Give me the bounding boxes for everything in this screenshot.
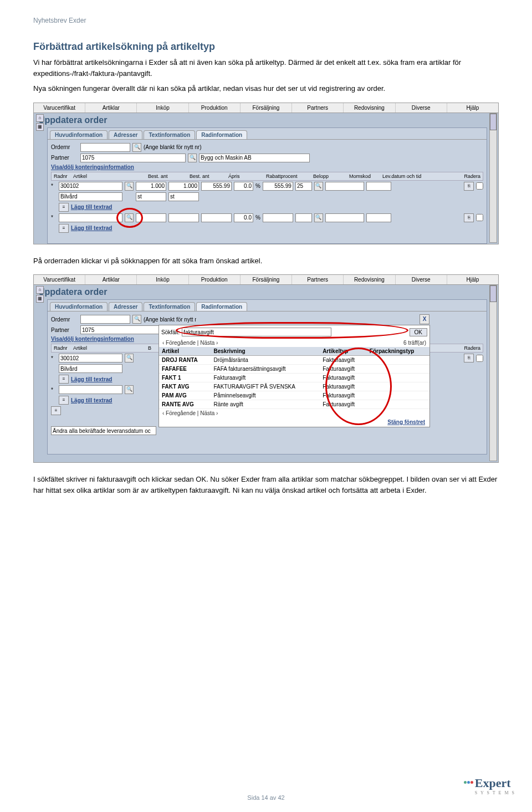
best-ant-input[interactable] xyxy=(136,182,166,191)
add-textrow-link[interactable]: Lägg till textrad xyxy=(71,397,112,404)
tab-radinformation[interactable]: Radinformation xyxy=(196,302,247,311)
ordernr-input[interactable] xyxy=(80,315,130,324)
momskod-input[interactable] xyxy=(295,182,312,191)
search-icon[interactable]: 🔍 xyxy=(188,154,197,162)
lev-time-input[interactable] xyxy=(366,213,391,222)
table-row[interactable]: FAKT 1FakturaavgiftFakturaavgift xyxy=(159,374,429,382)
partner-name-input[interactable] xyxy=(199,154,310,162)
close-icon[interactable]: X xyxy=(420,314,429,324)
search-icon[interactable]: 🔍 xyxy=(132,315,141,324)
tab-huvudinformation[interactable]: Huvudinformation xyxy=(50,302,108,311)
menu-item[interactable]: Varucertifikat xyxy=(34,275,85,284)
unit2-input[interactable] xyxy=(168,192,199,201)
toggle-kontering-link[interactable]: Visa/dölj konteringsinformation xyxy=(51,336,134,342)
screenshot-2: Varucertifikat Artiklar Inköp Produktion… xyxy=(33,274,499,463)
add-text-icon[interactable]: ≡ xyxy=(51,406,61,415)
add-textrow-link[interactable]: Lägg till textrad xyxy=(71,204,112,210)
radera-checkbox[interactable] xyxy=(476,182,483,190)
ok-button[interactable]: OK xyxy=(410,328,427,336)
grid-icon[interactable]: ▦ xyxy=(36,295,44,303)
rabatt-input[interactable] xyxy=(234,213,253,222)
lev-time-input[interactable] xyxy=(366,182,391,191)
search-icon[interactable]: 🔍 xyxy=(314,182,323,191)
menu-item[interactable]: Försäljning xyxy=(241,275,292,284)
table-row[interactable]: FAFAFEEFAFA fakturaersättningsavgiftFakt… xyxy=(159,365,429,374)
table-row[interactable]: PAM AVGPåminnelseavgiftFakturaavgift xyxy=(159,391,429,400)
radera-checkbox[interactable] xyxy=(476,214,483,221)
grid-icon[interactable]: ▦ xyxy=(36,123,44,131)
best-ant-input[interactable] xyxy=(136,213,166,222)
table-row[interactable]: DROJ RANTADröjmålsräntaFakturaavgift xyxy=(159,356,429,365)
partner-input[interactable] xyxy=(80,154,186,162)
search-input[interactable] xyxy=(182,328,331,336)
article-input[interactable] xyxy=(59,213,122,222)
best-ant2-input[interactable] xyxy=(168,213,199,222)
belopp-input[interactable] xyxy=(263,182,293,191)
best-ant2-input[interactable] xyxy=(168,182,199,191)
menu-item[interactable]: Varucertifikat xyxy=(34,103,85,113)
menu-item[interactable]: Inköp xyxy=(137,103,188,113)
scrollbar[interactable] xyxy=(489,285,497,461)
search-icon[interactable]: 🔍 xyxy=(125,385,134,394)
tab-adresser[interactable]: Adresser xyxy=(109,302,142,311)
copy-button[interactable]: ⎘ xyxy=(464,354,474,362)
rabatt-input[interactable] xyxy=(234,182,253,191)
article-input[interactable] xyxy=(59,182,122,191)
menu-item[interactable]: Artiklar xyxy=(85,103,137,113)
pagination-prev-next[interactable]: ‹ Föregående | Nästa › xyxy=(162,410,218,416)
search-icon[interactable]: 🔍 xyxy=(132,143,141,152)
toggle-kontering-link[interactable]: Visa/dölj konteringsinformation xyxy=(51,164,134,170)
table-row[interactable]: FAKT AVGFAKTURAAVGIFT PÅ SVENSKAFakturaa… xyxy=(159,382,429,391)
table-row[interactable]: RANTE AVGRänte avgiftFakturaavgift xyxy=(159,400,429,409)
close-window-link[interactable]: Stäng fönstret xyxy=(159,417,429,427)
ordernr-input[interactable] xyxy=(80,143,130,152)
radera-checkbox[interactable] xyxy=(476,355,483,362)
add-text-icon[interactable]: ≡ xyxy=(59,375,69,384)
add-textrow-link[interactable]: Lägg till textrad xyxy=(71,225,112,231)
menu-item[interactable]: Redovisning xyxy=(344,275,395,284)
menu-item[interactable]: Redovisning xyxy=(344,103,395,113)
belopp-input[interactable] xyxy=(263,213,293,222)
copy-button[interactable]: ⎘ xyxy=(464,213,474,222)
menu-item[interactable]: Diverse xyxy=(396,103,447,113)
lev-date-batch-input[interactable] xyxy=(51,426,156,435)
add-text-icon[interactable]: ≡ xyxy=(59,203,69,212)
home-icon[interactable]: ⌂ xyxy=(36,286,44,294)
tab-textinformation[interactable]: Textinformation xyxy=(144,130,195,139)
unit-input[interactable] xyxy=(136,192,166,201)
lev-date-input[interactable] xyxy=(325,182,364,191)
menu-item[interactable]: Hjälp xyxy=(447,103,498,113)
article-name-input[interactable] xyxy=(59,364,122,373)
menu-item[interactable]: Partners xyxy=(292,275,344,284)
article-name-input[interactable] xyxy=(59,192,122,201)
apris-input[interactable] xyxy=(201,182,232,191)
home-icon[interactable]: ⌂ xyxy=(36,114,44,122)
add-text-icon[interactable]: ≡ xyxy=(59,396,69,405)
add-text-icon[interactable]: ≡ xyxy=(59,224,69,233)
menu-item[interactable]: Produktion xyxy=(189,103,241,113)
search-icon[interactable]: 🔍 xyxy=(125,354,134,362)
menu-item[interactable]: Diverse xyxy=(396,275,447,284)
tab-adresser[interactable]: Adresser xyxy=(109,130,142,139)
menu-item[interactable]: Inköp xyxy=(137,275,188,284)
tab-radinformation[interactable]: Radinformation xyxy=(196,130,247,139)
tab-textinformation[interactable]: Textinformation xyxy=(144,302,195,311)
lev-date-input[interactable] xyxy=(325,213,364,222)
add-textrow-link[interactable]: Lägg till textrad xyxy=(71,376,112,382)
search-icon[interactable]: 🔍 xyxy=(125,182,134,191)
momskod-input[interactable] xyxy=(295,213,312,222)
article-input[interactable] xyxy=(59,385,122,394)
menu-item[interactable]: Produktion xyxy=(189,275,241,284)
copy-button[interactable]: ⎘ xyxy=(464,182,474,191)
scrollbar[interactable] xyxy=(489,113,497,243)
menu-item[interactable]: Försäljning xyxy=(241,103,292,113)
search-icon[interactable]: 🔍 xyxy=(314,213,323,222)
search-icon[interactable]: 🔍 xyxy=(125,213,134,222)
menu-item[interactable]: Artiklar xyxy=(85,275,137,284)
apris-input[interactable] xyxy=(201,213,232,222)
menu-item[interactable]: Partners xyxy=(292,103,344,113)
article-input[interactable] xyxy=(59,354,122,362)
pagination-prev-next[interactable]: ‹ Föregående | Nästa › xyxy=(162,340,218,346)
menu-item[interactable]: Hjälp xyxy=(447,275,498,284)
tab-huvudinformation[interactable]: Huvudinformation xyxy=(50,130,108,139)
